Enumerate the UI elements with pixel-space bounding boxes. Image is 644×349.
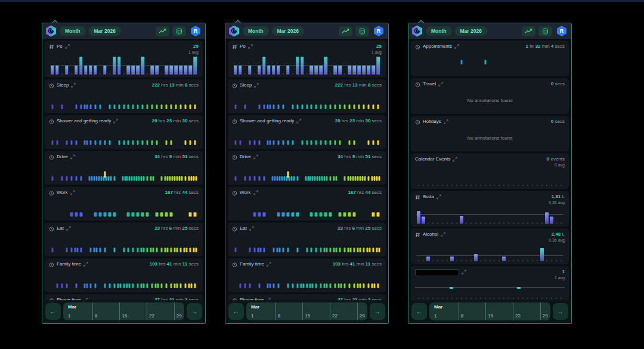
expand-icon[interactable] bbox=[436, 194, 441, 199]
day-mark bbox=[185, 104, 187, 109]
row-eat[interactable]: Eat23 hrs 6 min 25 secs bbox=[45, 223, 203, 257]
expand-icon[interactable] bbox=[70, 190, 75, 195]
expand-icon[interactable] bbox=[254, 83, 259, 88]
prev-period-button[interactable]: ← bbox=[228, 303, 244, 320]
expand-icon[interactable] bbox=[441, 232, 445, 237]
row-po[interactable]: Po291 avg bbox=[228, 41, 386, 78]
timeline-scrubber[interactable]: Mar18152229 bbox=[63, 302, 184, 320]
row-title: Work bbox=[240, 190, 251, 196]
database-button[interactable] bbox=[355, 26, 369, 36]
row-work[interactable]: Work167 hrs 44 secs bbox=[45, 187, 203, 221]
expand-icon[interactable] bbox=[444, 119, 448, 124]
empty-day-dot bbox=[480, 260, 481, 261]
day-mark bbox=[307, 176, 309, 181]
expand-icon[interactable] bbox=[253, 190, 258, 195]
row-header: Eat23 hrs 6 min 25 secs bbox=[49, 226, 199, 232]
expand-icon[interactable] bbox=[462, 270, 466, 274]
row-appointments[interactable]: Appointments1 hr 32 min 4 secs bbox=[411, 41, 569, 76]
clock-icon bbox=[49, 119, 54, 124]
expand-icon[interactable] bbox=[71, 83, 76, 88]
row-sleep[interactable]: Sleep222 hrs 13 min 8 secs bbox=[45, 79, 203, 113]
row-shower-and-getting-ready[interactable]: Shower and getting ready20 hrs 23 min 30… bbox=[45, 115, 203, 149]
date-button[interactable]: Mar 2026 bbox=[89, 26, 121, 36]
avatar-button[interactable]: R bbox=[555, 25, 568, 37]
row-value-group: 291 avg bbox=[371, 44, 382, 54]
day-mark bbox=[126, 176, 128, 181]
row-family-time[interactable]: Family time103 hrs 41 min 11 secs bbox=[45, 258, 203, 292]
empty-day-dot bbox=[254, 73, 255, 75]
empty-day-dot bbox=[283, 73, 284, 75]
row-alcohol[interactable]: Alcohol2,48 L0,36 avg bbox=[411, 228, 569, 264]
expand-icon[interactable] bbox=[113, 119, 118, 123]
row-travel[interactable]: Travel0 secsNo annotations found bbox=[411, 78, 569, 114]
date-navigator: ←Mar18152229→ bbox=[409, 300, 571, 323]
row-family-time[interactable]: Family time103 hrs 41 min 11 secs bbox=[228, 258, 386, 292]
trend-button[interactable] bbox=[156, 26, 169, 36]
row-header: Drive34 hrs 9 min 51 secs bbox=[232, 154, 382, 160]
row-eat[interactable]: Eat23 hrs 6 min 25 secs bbox=[228, 223, 386, 257]
expand-icon[interactable] bbox=[66, 226, 71, 231]
expand-icon[interactable] bbox=[453, 157, 457, 162]
row-title: Appointments bbox=[423, 44, 452, 50]
day-mark bbox=[180, 248, 182, 252]
next-period-button[interactable]: → bbox=[370, 303, 385, 320]
database-button[interactable] bbox=[172, 26, 186, 36]
row-calendar-events[interactable]: Calendar Events0 events0 avg bbox=[411, 153, 569, 189]
trend-button[interactable] bbox=[522, 26, 535, 36]
row-chart-area bbox=[415, 205, 565, 225]
row-work[interactable]: Work167 hrs 44 secs bbox=[228, 187, 386, 221]
expand-icon[interactable] bbox=[454, 44, 459, 49]
row-soda[interactable]: Soda1,81 L0,36 avg bbox=[411, 191, 569, 227]
expand-icon[interactable] bbox=[65, 44, 70, 49]
prev-period-button[interactable]: ← bbox=[411, 303, 427, 320]
day-mark bbox=[123, 283, 125, 288]
timeline-scrubber[interactable]: Mar18152229 bbox=[246, 302, 367, 320]
row-holidays[interactable]: Holidays0 secsNo annotations found bbox=[411, 116, 569, 152]
expand-icon[interactable] bbox=[248, 44, 253, 49]
row-drive[interactable]: Drive34 hrs 9 min 51 secs bbox=[45, 151, 203, 185]
expand-icon[interactable] bbox=[70, 155, 75, 159]
next-period-button[interactable]: → bbox=[187, 303, 202, 320]
row-po[interactable]: Po291 avg bbox=[45, 41, 203, 78]
bar bbox=[184, 66, 187, 75]
app-logo-icon[interactable] bbox=[228, 25, 240, 37]
day-mark bbox=[376, 176, 378, 181]
next-period-button[interactable]: → bbox=[553, 303, 568, 320]
row-shower-and-getting-ready[interactable]: Shower and getting ready20 hrs 23 min 30… bbox=[228, 115, 386, 149]
date-button[interactable]: Mar 2026 bbox=[272, 26, 304, 36]
app-logo-icon[interactable] bbox=[45, 25, 57, 37]
avatar-button[interactable]: R bbox=[372, 25, 385, 37]
period-button[interactable]: Month bbox=[426, 26, 452, 36]
expand-icon[interactable] bbox=[253, 155, 258, 159]
empty-day-dot bbox=[494, 260, 495, 261]
period-button[interactable]: Month bbox=[60, 26, 86, 36]
avatar-button[interactable]: R bbox=[189, 25, 202, 37]
expand-icon[interactable] bbox=[249, 226, 254, 231]
bar bbox=[474, 254, 478, 261]
bar bbox=[277, 66, 280, 75]
date-button[interactable]: Mar 2026 bbox=[455, 26, 487, 36]
prev-period-button[interactable]: ← bbox=[45, 303, 61, 320]
day-mark bbox=[174, 283, 176, 288]
day-mark bbox=[336, 248, 338, 252]
timeline-scrubber[interactable]: Mar18152229 bbox=[429, 302, 550, 320]
row-redacted[interactable]: 11 avg bbox=[411, 266, 569, 302]
expand-icon[interactable] bbox=[267, 262, 271, 267]
period-button[interactable]: Month bbox=[243, 26, 269, 36]
row-subvalue: 0,36 avg bbox=[549, 200, 565, 205]
timeline-tick-label: 29 bbox=[360, 313, 365, 319]
row-sleep[interactable]: Sleep222 hrs 13 min 8 secs bbox=[228, 79, 386, 113]
bar bbox=[89, 66, 92, 75]
expand-icon[interactable] bbox=[296, 119, 301, 123]
expand-icon[interactable] bbox=[438, 82, 443, 87]
row-title: Eat bbox=[57, 226, 64, 231]
row-drive[interactable]: Drive34 hrs 9 min 51 secs bbox=[228, 151, 386, 185]
empty-day-dot bbox=[244, 73, 246, 75]
app-logo-icon[interactable] bbox=[411, 25, 423, 37]
no-annotations-message: No annotations found bbox=[415, 135, 565, 141]
expand-icon[interactable] bbox=[83, 262, 88, 267]
empty-day-dot bbox=[490, 260, 491, 261]
database-button[interactable] bbox=[538, 26, 552, 36]
day-mark bbox=[180, 283, 182, 288]
trend-button[interactable] bbox=[339, 26, 352, 36]
